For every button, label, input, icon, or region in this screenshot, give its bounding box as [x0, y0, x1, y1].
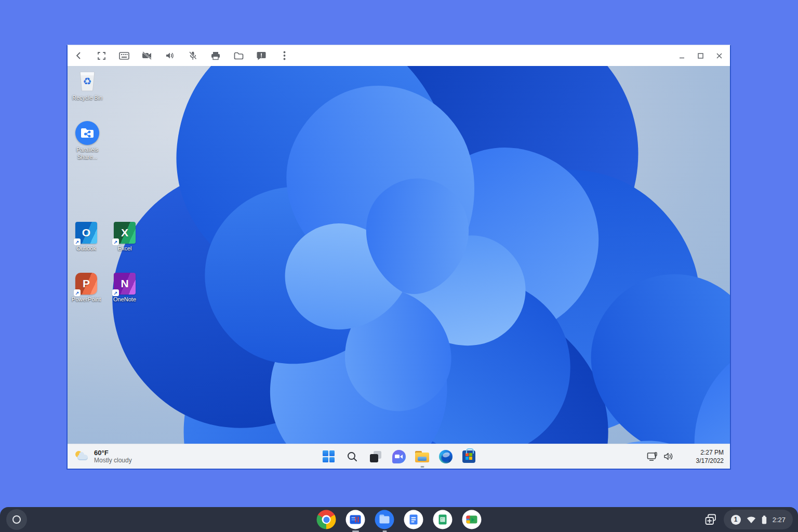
desktop-icon-label: Excel [118, 245, 132, 252]
desktop-icon-label: OneNote [113, 296, 136, 303]
shelf-clock: 2:27 [773, 516, 786, 524]
task-view-button[interactable] [368, 449, 383, 464]
taskbar-date: 3/17/2022 [696, 457, 724, 465]
shelf-docs-button[interactable] [404, 510, 423, 529]
file-explorer-icon [415, 451, 429, 462]
back-icon[interactable] [73, 50, 84, 61]
more-options-icon[interactable] [278, 50, 290, 61]
svg-text:♻: ♻ [83, 76, 91, 87]
desktop-icon-powerpoint[interactable]: P ↗ PowerPoint [68, 273, 105, 303]
desktop-icon-recycle-bin[interactable]: ♻ Recycle Bin [69, 70, 106, 102]
window-switcher-icon[interactable] [704, 513, 717, 526]
bloom-wallpaper [68, 66, 730, 444]
weather-temperature: 60°F [94, 449, 132, 457]
shelf-files-button[interactable] [375, 510, 394, 529]
folder-icon[interactable] [233, 50, 244, 61]
print-icon[interactable] [210, 50, 221, 61]
parallels-toolbar [68, 45, 730, 66]
start-button[interactable] [322, 449, 336, 464]
shelf-right-cluster: 1 2:27 [704, 510, 793, 529]
weather-condition: Mostly cloudy [94, 457, 132, 464]
outlook-icon: O ↗ [75, 222, 97, 244]
search-icon [347, 451, 358, 462]
weather-icon [75, 450, 89, 462]
desktop-icon-onenote[interactable]: N ↗ OneNote [106, 273, 143, 303]
volume-icon[interactable] [164, 50, 176, 61]
desktop-icon-outlook[interactable]: O ↗ Outlook [68, 222, 105, 252]
taskbar-time: 2:27 PM [696, 448, 724, 456]
chrome-icon [317, 510, 336, 529]
shortcut-arrow-icon: ↗ [112, 289, 119, 296]
desktop-icon-label: PowerPoint [72, 296, 101, 303]
powerpoint-icon: P ↗ [75, 273, 97, 295]
shortcut-arrow-icon: ↗ [74, 289, 81, 296]
parallels-desktop-icon [350, 515, 361, 524]
desktop-icon-excel[interactable]: X ↗ Excel [106, 222, 143, 252]
shelf-sheets-button[interactable] [433, 510, 453, 529]
remote-display-icon[interactable] [647, 452, 658, 461]
file-explorer-button[interactable] [415, 449, 430, 464]
parallels-window: ♻ Recycle Bin Parallels Share... O ↗ Out… [66, 45, 731, 470]
edge-icon [439, 450, 453, 463]
weather-widget[interactable]: 60°F Mostly cloudy [75, 449, 132, 464]
excel-icon: X ↗ [114, 222, 136, 244]
chat-icon [392, 450, 406, 463]
windows-logo-icon [323, 450, 335, 462]
camera-off-icon[interactable] [141, 50, 153, 61]
task-view-icon [369, 450, 382, 463]
chat-button[interactable] [392, 449, 406, 464]
windows-system-tray [647, 452, 674, 461]
taskbar-app-icons [322, 449, 476, 464]
status-tray[interactable]: 1 2:27 [724, 510, 793, 529]
mic-off-icon[interactable] [187, 50, 198, 61]
recycle-bin-icon: ♻ [77, 70, 98, 93]
battery-icon [762, 515, 767, 524]
desktop-icon-label: Outlook [76, 245, 96, 252]
google-meet-icon [467, 516, 477, 524]
shelf-app-icons [317, 510, 482, 529]
close-button[interactable] [714, 51, 724, 60]
maximize-button[interactable] [696, 51, 705, 60]
microsoft-store-button[interactable] [462, 449, 476, 464]
shelf-parallels-button[interactable] [346, 510, 365, 529]
chromeos-shelf: 1 2:27 [0, 507, 798, 532]
edge-button[interactable] [438, 449, 453, 464]
search-button[interactable] [345, 449, 360, 464]
running-indicator [420, 466, 424, 468]
windows-taskbar: 60°F Mostly cloudy [68, 444, 730, 469]
windows-desktop: ♻ Recycle Bin Parallels Share... O ↗ Out… [68, 66, 730, 444]
running-indicator [352, 530, 359, 532]
minimize-button[interactable] [677, 51, 686, 60]
google-sheets-icon [439, 515, 447, 525]
window-controls [677, 51, 724, 60]
launcher-button[interactable] [6, 509, 27, 530]
keyboard-icon[interactable] [118, 50, 130, 61]
shortcut-arrow-icon: ↗ [74, 238, 81, 245]
launcher-icon [12, 515, 21, 524]
wifi-icon [747, 516, 756, 524]
parallels-share-icon [75, 121, 99, 145]
microsoft-store-icon [462, 450, 475, 463]
shelf-chrome-button[interactable] [317, 510, 336, 529]
volume-tray-icon[interactable] [663, 452, 674, 461]
onenote-icon: N ↗ [114, 273, 136, 295]
shortcut-arrow-icon: ↗ [112, 238, 119, 245]
feedback-icon[interactable] [256, 50, 267, 61]
taskbar-clock[interactable]: 2:27 PM 3/17/2022 [696, 448, 724, 464]
google-docs-icon [410, 515, 418, 525]
files-icon [375, 510, 394, 529]
desktop-icon-parallels-share[interactable]: Parallels Share... [69, 121, 106, 161]
desktop-icon-label: Recycle Bin [72, 95, 102, 102]
running-indicator [382, 530, 387, 532]
desktop-icon-label: Parallels Share... [69, 147, 106, 161]
fullscreen-icon[interactable] [96, 50, 107, 61]
shelf-meet-button[interactable] [462, 510, 482, 529]
notification-count-badge: 1 [731, 515, 741, 525]
